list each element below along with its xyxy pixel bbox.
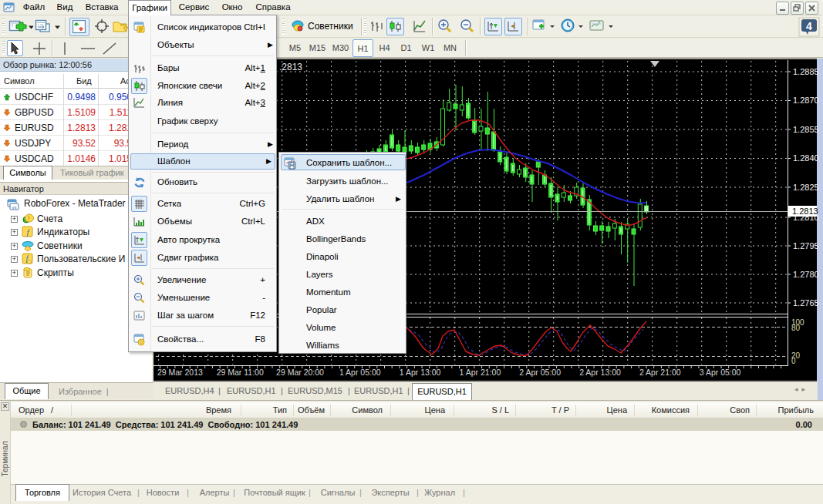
- svg-text:1 Apr 13:00: 1 Apr 13:00: [400, 368, 441, 377]
- svg-text:1.2870: 1.2870: [793, 96, 819, 105]
- svg-text:1.2795: 1.2795: [793, 241, 819, 250]
- svg-text:80: 80: [791, 324, 801, 332]
- svg-text:3 Apr 05:00: 3 Apr 05:00: [700, 368, 741, 377]
- svg-text:2 Apr 05:00: 2 Apr 05:00: [519, 368, 561, 377]
- svg-text:1.2780: 1.2780: [793, 270, 819, 279]
- svg-text:0: 0: [791, 357, 796, 365]
- svg-text:1.2855: 1.2855: [793, 125, 819, 134]
- svg-text:1.2840: 1.2840: [793, 153, 819, 163]
- svg-text:29 Mar 2013: 29 Mar 2013: [157, 368, 203, 377]
- svg-text:2 Apr 21:00: 2 Apr 21:00: [639, 368, 681, 377]
- svg-text:.2813: .2813: [279, 62, 302, 72]
- svg-text:1.2813: 1.2813: [792, 207, 818, 216]
- svg-text:4: 4: [806, 20, 812, 32]
- svg-text:29 Mar 20:00: 29 Mar 20:00: [276, 368, 324, 377]
- svg-text:2 Apr 13:00: 2 Apr 13:00: [579, 368, 621, 377]
- svg-text:1.2825: 1.2825: [793, 183, 819, 192]
- svg-text:vx: vx: [12, 205, 17, 210]
- svg-text:29 Mar 11:00: 29 Mar 11:00: [217, 368, 264, 377]
- svg-text:1 Apr 21:00: 1 Apr 21:00: [460, 368, 501, 377]
- svg-text:1 Apr 05:00: 1 Apr 05:00: [339, 368, 381, 377]
- svg-text:1.2885: 1.2885: [793, 67, 819, 76]
- svg-text:1.2765: 1.2765: [793, 298, 819, 307]
